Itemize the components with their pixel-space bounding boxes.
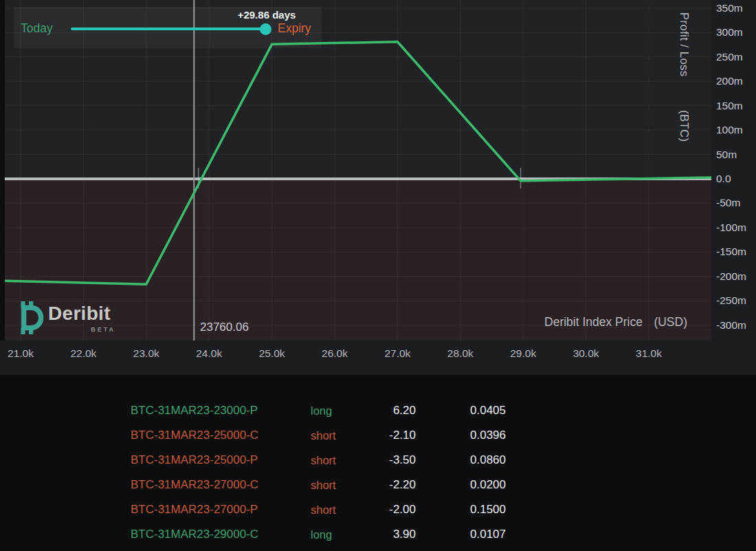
x-tick-label: 23.0k	[122, 347, 170, 361]
x-tick-label: 27.0k	[373, 347, 421, 361]
y-tick-label: -300m	[716, 319, 754, 332]
deribit-logo: Deribit BETA	[15, 301, 118, 337]
y-tick-label: -100m	[716, 222, 754, 234]
x-tick-label: 25.0k	[248, 347, 296, 361]
y-tick-label: -50m	[716, 197, 754, 209]
size-cell: -3.50	[344, 448, 416, 473]
pl-chart[interactable]: Today +29.86 days Expiry 23760.06 Deribi…	[0, 0, 711, 341]
y-tick-label: 150m	[716, 100, 754, 112]
index-price-value: 23760.06	[200, 321, 249, 334]
x-tick-label: 22.0k	[59, 347, 107, 361]
avg-price-cell: 0.0405	[426, 398, 506, 423]
y-axis-unit: (BTC)	[678, 110, 691, 142]
instrument-cell[interactable]: BTC-31MAR23-27000-P	[131, 497, 299, 522]
days-slider-handle[interactable]	[260, 23, 271, 35]
x-axis-unit: (USD)	[646, 315, 687, 329]
table-row[interactable]: BTC-31MAR23-27000-Cshort-2.200.0200	[0, 473, 756, 497]
size-cell: 6.20	[344, 398, 416, 423]
expiry-label: Expiry	[278, 21, 311, 36]
instrument-cell[interactable]: BTC-31MAR23-23000-P	[131, 398, 299, 423]
avg-price-cell: 0.1500	[426, 497, 506, 522]
payoff-chart-canvas[interactable]	[0, 0, 711, 341]
days-slider-track[interactable]	[71, 28, 266, 30]
beta-badge: BETA	[48, 326, 115, 333]
size-cell: 3.90	[344, 522, 416, 547]
y-tick-label: 200m	[716, 75, 754, 87]
x-axis-strip: 21.0k22.0k23.0k24.0k25.0k26.0k27.0k28.0k…	[0, 341, 711, 375]
payoff-line	[5, 42, 711, 284]
positions-table: Instrument↑ Side Size Avg. Price BTC-31M…	[0, 375, 756, 551]
size-cell: -2.20	[344, 473, 416, 497]
x-tick-label: 31.0k	[625, 347, 673, 361]
table-row[interactable]: BTC-31MAR23-25000-Cshort-2.100.0396	[0, 423, 756, 448]
y-axis-title: Profit / Loss	[678, 12, 691, 77]
y-axis-strip: 350m300m250m200m150m100m50m0.0-50m-100m-…	[711, 0, 756, 375]
x-tick-label: 26.0k	[311, 347, 359, 361]
days-slider-value: +29.86 days	[219, 9, 315, 21]
instrument-cell[interactable]: BTC-31MAR23-25000-C	[131, 423, 299, 448]
table-row[interactable]: BTC-31MAR23-23000-Plong6.200.0405	[0, 398, 756, 423]
x-tick-label: 21.0k	[0, 347, 45, 361]
deribit-logo-icon	[15, 301, 44, 334]
y-tick-label: -200m	[716, 270, 754, 283]
x-tick-label: 29.0k	[499, 347, 547, 361]
y-tick-label: 250m	[716, 51, 754, 63]
avg-price-cell: 0.0860	[426, 448, 506, 473]
table-row[interactable]: BTC-31MAR23-29000-Clong3.900.0107	[0, 522, 756, 547]
x-tick-label: 24.0k	[185, 347, 233, 361]
table-row[interactable]: BTC-31MAR23-25000-Pshort-3.500.0860	[0, 448, 756, 473]
avg-price-cell: 0.0200	[426, 473, 506, 497]
size-cell: -2.10	[344, 423, 416, 448]
table-row[interactable]: BTC-31MAR23-27000-Pshort-2.000.1500	[0, 497, 756, 522]
x-axis-title: Deribit Index Price	[481, 315, 643, 329]
y-tick-label: 50m	[716, 149, 754, 161]
size-cell: -2.00	[344, 497, 416, 522]
deribit-logo-text: Deribit	[48, 303, 111, 325]
y-tick-label: 300m	[716, 26, 754, 39]
instrument-cell[interactable]: BTC-31MAR23-27000-C	[131, 473, 299, 497]
x-tick-label: 30.0k	[562, 347, 610, 361]
deribit-position-builder: Today +29.86 days Expiry 23760.06 Deribi…	[0, 0, 756, 551]
y-tick-label: -150m	[716, 246, 754, 258]
instrument-cell[interactable]: BTC-31MAR23-25000-P	[131, 448, 299, 473]
today-label: Today	[21, 21, 53, 36]
y-tick-label: 100m	[716, 124, 754, 136]
avg-price-cell: 0.0107	[426, 522, 506, 547]
x-tick-label: 28.0k	[436, 347, 485, 361]
instrument-cell[interactable]: BTC-31MAR23-29000-C	[131, 522, 299, 547]
y-tick-label: -250m	[716, 294, 754, 307]
y-tick-label: 350m	[716, 2, 754, 14]
avg-price-cell: 0.0396	[426, 423, 506, 448]
y-tick-label: 0.0	[716, 173, 754, 185]
